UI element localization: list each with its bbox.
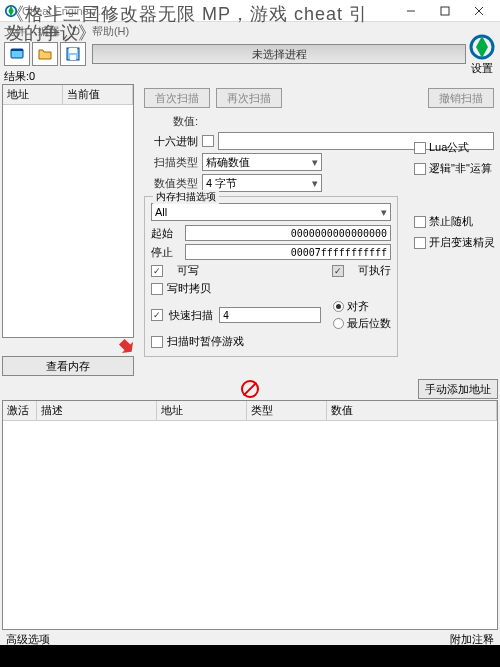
add-to-list-arrow-icon[interactable] bbox=[118, 338, 134, 354]
align-radio[interactable] bbox=[333, 301, 344, 312]
lua-formula-checkbox[interactable] bbox=[414, 142, 426, 154]
memory-scan-options-title: 内存扫描选项 bbox=[153, 190, 219, 204]
value-label: 数值: bbox=[144, 114, 198, 129]
start-label: 起始 bbox=[151, 226, 181, 241]
col-active[interactable]: 激活 bbox=[3, 401, 37, 420]
hex-label: 十六进制 bbox=[144, 134, 198, 149]
pause-game-checkbox[interactable] bbox=[151, 336, 163, 348]
undo-scan-button[interactable]: 撤销扫描 bbox=[428, 88, 494, 108]
svg-rect-9 bbox=[70, 55, 76, 60]
result-label: 结果: bbox=[4, 69, 29, 84]
writable-label: 可写 bbox=[177, 263, 199, 278]
open-file-button[interactable] bbox=[32, 42, 58, 66]
cow-label: 写时拷贝 bbox=[167, 281, 211, 296]
col-type[interactable]: 类型 bbox=[247, 401, 327, 420]
region-select[interactable]: All bbox=[151, 203, 391, 221]
result-count: 0 bbox=[29, 70, 35, 82]
writable-checkbox[interactable] bbox=[151, 265, 163, 277]
speedhack-checkbox[interactable] bbox=[414, 237, 426, 249]
svg-rect-6 bbox=[11, 49, 23, 51]
scan-type-select[interactable]: 精确数值 bbox=[202, 153, 322, 171]
last-digits-radio[interactable] bbox=[333, 318, 344, 329]
align-label: 对齐 bbox=[347, 299, 369, 314]
settings-button[interactable]: 设置 bbox=[468, 33, 496, 76]
no-random-checkbox[interactable] bbox=[414, 216, 426, 228]
result-table[interactable]: 地址 当前值 bbox=[2, 84, 134, 338]
start-address-input[interactable] bbox=[185, 225, 391, 241]
fast-scan-checkbox[interactable] bbox=[151, 309, 163, 321]
not-checkbox[interactable] bbox=[414, 163, 426, 175]
value-type-select[interactable]: 4 字节 bbox=[202, 174, 322, 192]
next-scan-button[interactable]: 再次扫描 bbox=[216, 88, 282, 108]
settings-label: 设置 bbox=[471, 61, 493, 76]
article-title-line2: 发的争议》 bbox=[0, 21, 102, 45]
memory-scan-options-group: 内存扫描选项 All 起始 停止 可写 可执行 写时拷贝 快速扫描 bbox=[144, 196, 398, 357]
divider-row: 手动添加地址 bbox=[0, 378, 500, 400]
last-digits-label: 最后位数 bbox=[347, 316, 391, 331]
view-memory-button[interactable]: 查看内存 bbox=[2, 356, 134, 376]
executable-label: 可执行 bbox=[358, 263, 391, 278]
result-col-address[interactable]: 地址 bbox=[3, 85, 63, 104]
cow-checkbox[interactable] bbox=[151, 283, 163, 295]
hex-checkbox[interactable] bbox=[202, 135, 214, 147]
result-col-value[interactable]: 当前值 bbox=[63, 85, 133, 104]
col-address[interactable]: 地址 bbox=[157, 401, 247, 420]
no-sign-icon bbox=[241, 380, 259, 398]
fast-scan-label: 快速扫描 bbox=[169, 308, 213, 323]
executable-checkbox[interactable] bbox=[332, 265, 344, 277]
lua-formula-label: Lua公式 bbox=[429, 140, 469, 155]
fast-scan-value-input[interactable] bbox=[219, 307, 321, 323]
add-address-manual-button[interactable]: 手动添加地址 bbox=[418, 379, 498, 399]
col-value[interactable]: 数值 bbox=[327, 401, 497, 420]
address-list-table[interactable]: 激活 描述 地址 类型 数值 bbox=[2, 400, 498, 630]
value-type-label: 数值类型 bbox=[144, 176, 198, 191]
stop-address-input[interactable] bbox=[185, 244, 391, 260]
col-description[interactable]: 描述 bbox=[37, 401, 157, 420]
open-process-button[interactable] bbox=[4, 42, 30, 66]
ce-logo-icon bbox=[468, 33, 496, 61]
no-random-label: 禁止随机 bbox=[429, 214, 473, 229]
svg-rect-8 bbox=[69, 48, 77, 53]
pause-game-label: 扫描时暂停游戏 bbox=[167, 334, 244, 349]
process-bar[interactable]: 未选择进程 bbox=[92, 44, 466, 64]
stop-label: 停止 bbox=[151, 245, 181, 260]
bottom-black-bar bbox=[0, 645, 500, 667]
first-scan-button[interactable]: 首次扫描 bbox=[144, 88, 210, 108]
result-count-row: 结果:0 bbox=[0, 68, 500, 84]
save-button[interactable] bbox=[60, 42, 86, 66]
scan-type-label: 扫描类型 bbox=[144, 155, 198, 170]
not-label: 逻辑"非"运算 bbox=[429, 161, 492, 176]
speedhack-label: 开启变速精灵 bbox=[429, 235, 495, 250]
